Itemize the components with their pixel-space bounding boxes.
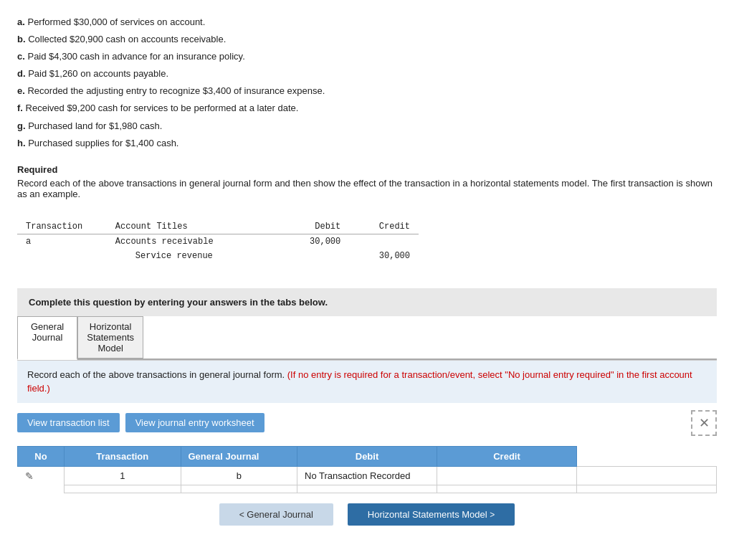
tab-general-journal-line1: General [31,321,64,332]
chevron-right-icon: > [490,510,495,520]
chevron-left-icon: < [239,510,244,520]
example-table-wrapper: Transaction Account Titles Debit Credit … [17,211,717,263]
letter-f: f. [17,103,23,113]
trans-c-text: Paid $4,300 cash in advance for an insur… [27,51,244,62]
trans-a-text: Performed $30,000 of services on account… [27,16,205,27]
ex-debit-1: 30,000 [280,234,350,249]
next-button-label: Horizontal Statements Model [368,509,487,520]
tab-horizontal-line2: Statements [87,332,134,343]
trans-f-text: Received $9,200 cash for services to be … [26,103,299,113]
prev-button-label: General Journal [247,509,313,520]
journal-table-wrapper: No Transaction General Journal Debit Cre… [17,443,717,494]
letter-a: a. [17,16,25,27]
letter-c: c. [17,51,25,62]
letter-e: e. [17,85,25,96]
ex-trans-1: a [17,234,107,249]
bottom-nav: < General Journal Horizontal Statements … [17,503,717,526]
tabs-container: General Journal Horizontal Statements Mo… [17,316,717,360]
tab-general-journal[interactable]: General Journal [17,316,77,360]
button-row-left: View transaction list View journal entry… [17,413,264,432]
tab-horizontal-model[interactable]: Horizontal Statements Model [77,316,143,359]
expand-icon-button[interactable]: ✕ [691,410,717,436]
ex-trans-2 [17,249,107,263]
ex-account-2: Service revenue [107,249,280,263]
journal-row-2 [18,485,717,493]
journal-col-transaction: Transaction [65,446,181,466]
instruction-box: Record each of the above transactions in… [17,361,717,403]
journal-col-gj: General Journal [181,446,297,466]
col-header-credit: Credit [349,219,419,234]
ex-credit-2: 30,000 [349,249,419,263]
col-header-debit: Debit [280,219,350,234]
journal-row-1: ✎ 1 b No Transaction Recorded [18,466,717,485]
trans-h-text: Purchased supplies for $1,400 cash. [28,138,178,148]
journal-row-2-trans [181,485,297,493]
required-section: Required Record each of the above transa… [17,164,717,199]
journal-row-1-debit[interactable] [437,466,577,485]
trans-b-text: Collected $20,900 cash on accounts recei… [28,34,226,44]
required-text: Record each of the above transactions in… [17,178,717,199]
trans-e-text: Recorded the adjusting entry to recogniz… [27,85,325,96]
journal-row-1-trans: b [181,466,297,485]
journal-row-2-debit[interactable] [437,485,577,493]
letter-g: g. [17,120,26,131]
edit-icon-1[interactable]: ✎ [25,470,34,482]
journal-row-2-gj[interactable] [297,485,437,493]
edit-cell-2 [18,485,65,493]
tab-horizontal-line1: Horizontal [87,321,134,332]
letter-d: d. [17,68,26,79]
complete-banner: Complete this question by entering your … [17,288,717,316]
button-row: View transaction list View journal entry… [17,410,717,436]
trans-g-text: Purchased land for $1,980 cash. [28,120,162,131]
problem-list: a. Performed $30,000 of services on acco… [17,14,717,151]
ex-account-1: Accounts receivable [107,234,280,249]
journal-row-1-gj[interactable]: No Transaction Recorded [297,466,437,485]
journal-row-2-credit[interactable] [577,485,717,493]
example-row-2: Service revenue 30,000 [17,249,419,263]
journal-col-debit: Debit [297,446,437,466]
prev-button[interactable]: < General Journal [219,503,333,526]
ex-credit-1 [349,234,419,249]
ex-debit-2 [280,249,350,263]
col-header-transaction: Transaction [17,219,107,234]
journal-col-no: No [18,446,65,466]
tab-general-journal-line2: Journal [31,332,64,343]
tab-horizontal-line3: Model [87,343,134,353]
view-journal-entry-worksheet-button[interactable]: View journal entry worksheet [125,413,264,432]
view-transaction-list-button[interactable]: View transaction list [17,413,120,432]
letter-b: b. [17,34,26,44]
instruction-main: Record each of the above transactions in… [27,369,285,380]
journal-row-2-no [65,485,181,493]
edit-cell-1: ✎ [18,466,65,485]
example-table: Transaction Account Titles Debit Credit … [17,219,419,263]
journal-table: No Transaction General Journal Debit Cre… [17,446,717,494]
journal-col-credit: Credit [437,446,577,466]
required-label: Required [17,164,717,175]
journal-row-1-credit[interactable] [577,466,717,485]
letter-h: h. [17,138,26,148]
next-button[interactable]: Horizontal Statements Model > [348,503,515,526]
trans-d-text: Paid $1,260 on accounts payable. [28,68,168,79]
col-header-account-titles: Account Titles [107,219,280,234]
expand-icon: ✕ [699,415,710,431]
example-row-1: a Accounts receivable 30,000 [17,234,419,249]
journal-row-1-no: 1 [65,466,181,485]
